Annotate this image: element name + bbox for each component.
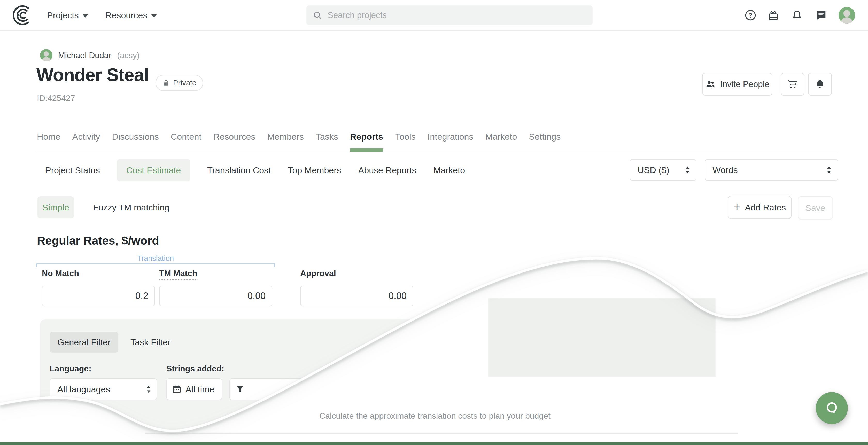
nav-resources-label: Resources [105, 10, 148, 21]
invite-people-button[interactable]: Invite People [702, 73, 772, 96]
calendar-icon [172, 385, 181, 394]
language-select[interactable]: All languages [50, 378, 157, 400]
avatar-shoulders [841, 17, 853, 24]
strings-added-value: All time [185, 384, 214, 394]
tab-resources[interactable]: Resources [213, 130, 255, 152]
project-notifications-button[interactable] [808, 73, 832, 96]
privacy-badge: Private [156, 75, 203, 91]
nav-projects-menu[interactable]: Projects [47, 0, 88, 30]
page-title: Wonder Steal [36, 65, 149, 85]
tab-integrations[interactable]: Integrations [428, 130, 473, 152]
search-icon [313, 10, 322, 20]
tab-discussions[interactable]: Discussions [112, 130, 159, 152]
tab-tasks[interactable]: Tasks [316, 130, 338, 152]
notifications-bell-icon[interactable] [791, 0, 803, 30]
invite-people-label: Invite People [720, 79, 770, 89]
gift-icon[interactable] [767, 0, 779, 30]
rate-label-tm-match: TM Match [159, 268, 197, 278]
cart-icon [787, 79, 798, 90]
nav-projects-label: Projects [47, 10, 79, 21]
language-select-value: All languages [57, 384, 110, 394]
rate-input-approval[interactable] [300, 286, 413, 306]
currency-select-value: USD ($) [638, 165, 669, 175]
bottom-accent-bar [0, 442, 868, 445]
save-button[interactable]: Save [798, 196, 833, 220]
language-label: Language: [50, 364, 91, 374]
updown-arrows-icon [146, 385, 151, 393]
owner-name[interactable]: Michael Dudar [58, 51, 111, 60]
tab-activity[interactable]: Activity [72, 130, 100, 152]
project-id: ID:425427 [37, 94, 75, 103]
subtab-project-status[interactable]: Project Status [45, 165, 100, 176]
unit-select-value: Words [712, 165, 738, 175]
owner-handle: (acsy) [117, 51, 140, 60]
tab-reports[interactable]: Reports [350, 130, 383, 152]
page: Projects Resources ? [0, 0, 868, 445]
tab-home[interactable]: Home [37, 130, 60, 152]
people-icon [705, 79, 716, 89]
add-rates-label: Add Rates [745, 202, 786, 213]
filter-funnel-icon [236, 385, 244, 393]
tab-content[interactable]: Content [171, 130, 202, 152]
messages-icon[interactable] [815, 0, 827, 30]
cost-estimate-hint: Calculate the approximate translation co… [132, 411, 738, 421]
nav-resources-menu[interactable]: Resources [105, 0, 157, 30]
avatar-face [44, 52, 49, 57]
avatar-shoulders [41, 57, 51, 61]
tab-marketo[interactable]: Marketo [486, 130, 517, 152]
filter-tab-task[interactable]: Task Filter [130, 332, 170, 353]
filter-tab-general[interactable]: General Filter [50, 332, 118, 353]
lock-icon [162, 79, 170, 87]
translation-group-label: Translation [36, 254, 275, 263]
search-input[interactable] [327, 10, 586, 21]
rate-input-no-match[interactable] [42, 286, 155, 306]
strings-added-date-button[interactable]: All time [166, 378, 222, 400]
help-icon[interactable]: ? [745, 0, 756, 30]
tab-tools[interactable]: Tools [395, 130, 415, 152]
rate-input-tm-match[interactable] [159, 286, 272, 306]
cart-button[interactable] [781, 73, 804, 96]
chevron-down-icon [151, 14, 157, 18]
privacy-badge-label: Private [173, 79, 196, 87]
unit-select[interactable]: Words [705, 159, 838, 181]
rates-heading: Regular Rates, $/word [37, 234, 159, 247]
updown-arrows-icon [826, 165, 832, 174]
avatar-face [843, 10, 850, 17]
chevron-down-icon [83, 14, 88, 18]
updown-arrows-icon [685, 165, 690, 174]
mode-fuzzy-toggle[interactable]: Fuzzy TM matching [93, 196, 169, 219]
subtab-marketo[interactable]: Marketo [433, 165, 465, 176]
owner-avatar[interactable] [40, 49, 53, 61]
tab-settings[interactable]: Settings [529, 130, 561, 152]
svg-text:?: ? [749, 12, 752, 19]
tab-members[interactable]: Members [267, 130, 304, 152]
translation-group-bracket [36, 263, 275, 267]
bell-icon [814, 79, 826, 90]
add-rates-button[interactable]: + Add Rates [728, 196, 792, 219]
chat-bubble-icon [823, 399, 841, 417]
report-subtab-bar: Project Status Cost Estimate Translation… [45, 159, 465, 181]
project-tab-bar: Home Activity Discussions Content Resour… [37, 130, 838, 152]
subtab-cost-estimate[interactable]: Cost Estimate [117, 159, 190, 181]
mode-simple-toggle[interactable]: Simple [37, 196, 74, 219]
strings-filter-button[interactable] [229, 378, 322, 400]
support-chat-button[interactable] [816, 392, 848, 424]
search-bar[interactable] [306, 5, 593, 25]
rate-label-approval: Approval [300, 268, 336, 278]
subtab-translation-cost[interactable]: Translation Cost [207, 165, 271, 176]
currency-select[interactable]: USD ($) [630, 159, 696, 181]
subtab-abuse-reports[interactable]: Abuse Reports [358, 165, 416, 176]
user-avatar[interactable] [839, 0, 855, 30]
top-header: Projects Resources ? [0, 0, 868, 31]
subtab-top-members[interactable]: Top Members [288, 165, 341, 176]
rate-label-no-match: No Match [42, 268, 79, 278]
strings-added-label: Strings added: [166, 364, 224, 374]
app-logo-icon[interactable] [12, 4, 34, 26]
project-owner-row: Michael Dudar (acsy) [40, 49, 140, 61]
